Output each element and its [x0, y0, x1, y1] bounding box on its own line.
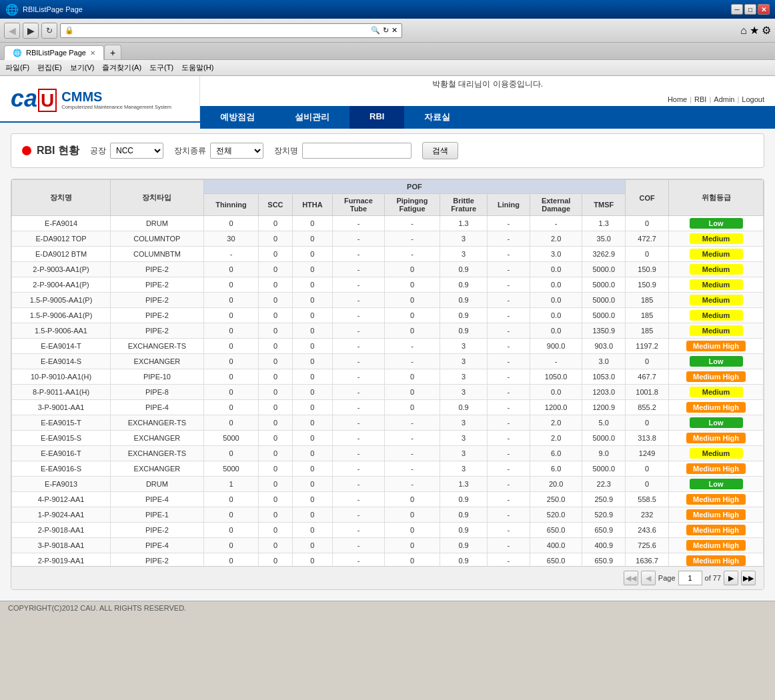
table-row[interactable]: 4-P-9012-AA1 PIPE-4 0 0 0 - 0 0.9 - 250.… [12, 492, 764, 507]
cell-piping: 0 [384, 538, 440, 553]
cell-risk-level: Medium [669, 323, 764, 339]
table-row[interactable]: E-FA9013 DRUM 1 0 0 - - 1.3 - 20.0 22.3 … [12, 477, 764, 492]
th-piping-fatigue: PipingngFatigue [384, 194, 440, 216]
menu-edit[interactable]: 편집(E) [37, 63, 62, 73]
table-row[interactable]: 1.5-P-9005-AA1(P) PIPE-2 0 0 0 - 0 0.9 -… [12, 293, 764, 308]
risk-badge: Low [690, 417, 743, 428]
nav-rbi[interactable]: RBI [349, 106, 404, 129]
active-tab[interactable]: 🌐 RBIListPage Page ✕ [4, 45, 104, 60]
settings-icon[interactable]: ⚙ [762, 24, 771, 37]
back-button[interactable]: ◀ [4, 23, 20, 39]
table-row[interactable]: E-DA9012 BTM COLUMNBTM - 0 0 - - 3 - 3.0… [12, 247, 764, 262]
cell-device-name: E-EA9016-S [12, 461, 111, 477]
table-row[interactable]: E-FA9014 DRUM 0 0 0 - - 1.3 - - 1.3 0 Lo… [12, 216, 764, 231]
cell-cof: 855.2 [626, 400, 669, 415]
forward-button[interactable]: ▶ [23, 23, 39, 39]
logout-link[interactable]: Logout [742, 95, 764, 103]
table-row[interactable]: 1.5-P-9006-AA1(P) PIPE-2 0 0 0 - 0 0.9 -… [12, 308, 764, 323]
cell-device-name: E-EA9016-T [12, 446, 111, 461]
maximize-button[interactable]: □ [744, 4, 756, 15]
table-row[interactable]: 8-P-9011-AA1(H) PIPE-8 0 0 0 - 0 3 - 0.0… [12, 385, 764, 400]
table-row[interactable]: E-EA9014-T EXCHANGER-TS 0 0 0 - - 3 - 90… [12, 339, 764, 354]
table-row[interactable]: 3-P-9018-AA1 PIPE-4 0 0 0 - 0 0.9 - 400.… [12, 538, 764, 553]
table-row[interactable]: 1.5-P-9006-AA1 PIPE-2 0 0 0 - 0 0.9 - 0.… [12, 323, 764, 339]
risk-badge: Low [690, 356, 743, 367]
table-row[interactable]: E-EA9014-S EXCHANGER 0 0 0 - - 3 - - 3.0… [12, 354, 764, 369]
device-name-input[interactable] [302, 143, 412, 159]
table-row[interactable]: 1-P-9024-AA1 PIPE-1 0 0 0 - 0 0.9 - 520.… [12, 507, 764, 523]
table-row[interactable]: E-DA9012 TOP COLUMNTOP 30 0 0 - - 3 - 2.… [12, 231, 764, 247]
page-number-input[interactable]: 1 [678, 571, 702, 585]
nav-equipment[interactable]: 설비관리 [275, 106, 349, 129]
th-pof: POF [203, 180, 626, 194]
table-row[interactable]: E-EA9016-S EXCHANGER 5000 0 0 - - 3 - 6.… [12, 461, 764, 477]
table-row[interactable]: 2-P-9019-AA1 PIPE-2 0 0 0 - 0 0.9 - 650.… [12, 553, 764, 567]
cell-brittle: 3 [440, 247, 488, 262]
cell-brittle: 3 [440, 231, 488, 247]
home-link[interactable]: Home [668, 95, 687, 103]
page-next-button[interactable]: ▶ [724, 571, 738, 585]
table-row[interactable]: E-EA9015-T EXCHANGER-TS 0 0 0 - - 3 - 2.… [12, 415, 764, 431]
cell-lining: - [487, 369, 530, 385]
cell-tmsf: 35.0 [582, 231, 626, 247]
minimize-button[interactable]: ─ [731, 4, 743, 15]
plant-select[interactable]: NCC [110, 143, 163, 159]
cell-tmsf: 5000.0 [582, 277, 626, 293]
cell-device-name: 2-P-9018-AA1 [12, 523, 111, 538]
cell-device-name: E-EA9014-S [12, 354, 111, 369]
cell-scc: 0 [259, 553, 292, 567]
nav-library[interactable]: 자료실 [404, 106, 470, 129]
table-row[interactable]: 10-P-9010-AA1(H) PIPE-10 0 0 0 - 0 3 - 1… [12, 369, 764, 385]
table-wrapper[interactable]: 장치명 장치타입 POF COF 위험등급 Thinning SCC HTHA … [11, 179, 764, 566]
menu-tools[interactable]: 도구(T) [149, 63, 173, 73]
cell-thinning: 30 [203, 231, 259, 247]
search-button[interactable]: 검색 [422, 142, 458, 159]
cell-tmsf: 903.0 [582, 339, 626, 354]
cell-ext-damage: 650.0 [530, 553, 582, 567]
page-first-button[interactable]: ◀◀ [624, 571, 638, 585]
table-row[interactable]: E-EA9015-S EXCHANGER 5000 0 0 - - 3 - 2.… [12, 431, 764, 446]
device-type-select[interactable]: 전체 [210, 143, 263, 159]
page-last-button[interactable]: ▶▶ [741, 571, 756, 585]
cell-thinning: 0 [203, 553, 259, 567]
table-row[interactable]: 2-P-9003-AA1(P) PIPE-2 0 0 0 - 0 0.9 - 0… [12, 262, 764, 277]
close-button[interactable]: ✕ [758, 4, 770, 15]
menu-favorites[interactable]: 즐겨찾기(A) [102, 63, 141, 73]
admin-link[interactable]: Admin [714, 95, 734, 103]
menu-help[interactable]: 도움말(H) [181, 63, 213, 73]
tab-close-button[interactable]: ✕ [90, 49, 95, 57]
th-tmsf: TMSF [582, 194, 626, 216]
menu-file[interactable]: 파일(F) [5, 63, 29, 73]
cell-device-name: 3-P-9018-AA1 [12, 538, 111, 553]
nav-inspection[interactable]: 예방점검 [200, 106, 275, 129]
cell-piping: - [384, 247, 440, 262]
risk-badge: Medium [690, 264, 743, 275]
cell-tmsf: 1203.0 [582, 385, 626, 400]
cell-furnace: - [333, 431, 385, 446]
cell-device-name: 2-P-9003-AA1(P) [12, 262, 111, 277]
cell-furnace: - [333, 369, 385, 385]
cell-tmsf: 650.9 [582, 553, 626, 567]
favorites-icon[interactable]: ★ [750, 24, 759, 37]
new-tab-button[interactable]: + [104, 45, 121, 59]
cell-lining: - [487, 538, 530, 553]
th-device-type: 장치타입 [111, 180, 204, 216]
cell-device-type: EXCHANGER [111, 354, 204, 369]
cell-htha: 0 [292, 446, 333, 461]
rbi-link[interactable]: RBI [694, 95, 706, 103]
page-prev-button[interactable]: ◀ [641, 571, 656, 585]
cell-lining: - [487, 293, 530, 308]
menu-view[interactable]: 보기(V) [70, 63, 95, 73]
table-row[interactable]: E-EA9016-T EXCHANGER-TS 0 0 0 - - 3 - 6.… [12, 446, 764, 461]
table-row[interactable]: 2-P-9004-AA1(P) PIPE-2 0 0 0 - 0 0.9 - 0… [12, 277, 764, 293]
url-input[interactable]: http://demo.safetia.co.kr/CAULivir... [77, 27, 368, 35]
refresh-button[interactable]: ↻ [41, 23, 57, 39]
cell-scc: 0 [259, 446, 292, 461]
home-icon[interactable]: ⌂ [740, 25, 747, 37]
table-row[interactable]: 2-P-9018-AA1 PIPE-2 0 0 0 - 0 0.9 - 650.… [12, 523, 764, 538]
cell-thinning: 0 [203, 492, 259, 507]
risk-badge: Medium [690, 325, 743, 336]
table-row[interactable]: 3-P-9001-AA1 PIPE-4 0 0 0 - 0 0.9 - 1200… [12, 400, 764, 415]
tab-bar: 🌐 RBIListPage Page ✕ + [0, 43, 775, 60]
cell-scc: 0 [259, 400, 292, 415]
